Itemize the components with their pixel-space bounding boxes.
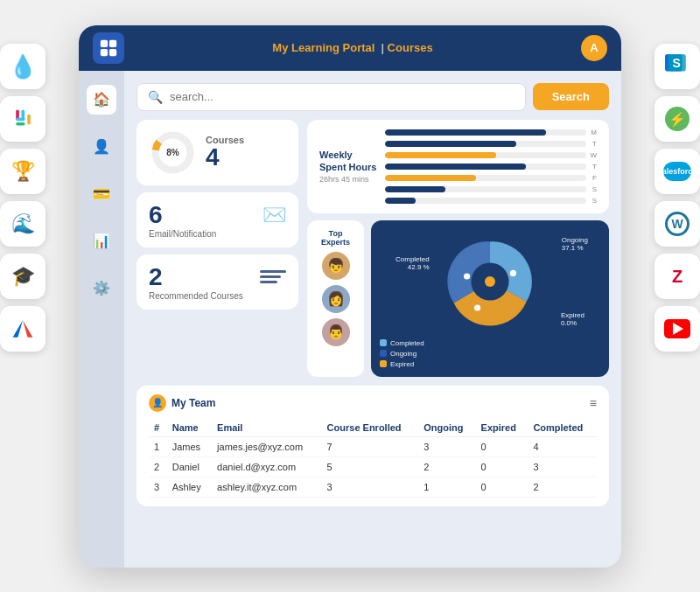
sidebar-card[interactable]: 💳 [87,179,116,209]
legend-ongoing: Ongoing [380,350,600,358]
header: My Learning Portal | Courses A [79,25,621,71]
cell-completed: 3 [528,456,597,477]
recommended-card: 2 Recommended Courses [136,254,298,310]
svg-point-21 [510,269,516,275]
weekly-subtitle: 26hrs 45 mins [319,175,376,184]
svg-rect-13 [109,39,116,46]
svg-rect-14 [101,48,108,55]
legend-dot-expired [380,360,387,367]
sidebar-chart[interactable]: 📊 [87,226,116,256]
legend-dot-ongoing [380,350,387,357]
legend-dot-completed [380,339,387,346]
app-icon-dropbox[interactable]: 💧 [0,44,46,89]
rec-icon [260,270,286,283]
app-icon-drive[interactable] [0,306,46,352]
weekly-title: WeeklySpent Hours [319,149,376,174]
app-icon-trophy[interactable]: 🏆 [0,149,46,194]
weekly-info: WeeklySpent Hours 26hrs 45 mins [319,149,376,185]
app-icon-drupal[interactable]: 🌊 [0,201,46,247]
sidebar: 🏠 👤 💳 📊 ⚙️ [79,71,124,568]
col-expired: Expired [476,419,528,437]
bar-row-m: M [385,129,597,136]
svg-marker-7 [23,320,32,337]
search-input[interactable] [170,90,514,103]
email-card-inner: 6 ✉️ [149,201,286,229]
table-row: 1 James james.jes@xyz.com 7 3 0 4 [149,436,597,456]
bar-row-w: W [385,151,597,159]
app-icon-sage[interactable]: ⚡ [654,96,700,142]
app-icon-wordpress[interactable]: W [654,201,700,247]
bar-day-label: W [590,151,597,159]
weekly-card: WeeklySpent Hours 26hrs 45 mins M [307,120,609,213]
search-bar: 🔍 Search [136,83,609,111]
app-icon-youtube[interactable] [654,306,700,352]
bar-track [385,164,586,170]
app-icon-zendesk[interactable]: Z [654,254,700,299]
search-input-wrapper[interactable]: 🔍 [136,83,526,111]
sidebar-user[interactable]: 👤 [87,132,116,162]
svg-text:S: S [672,56,680,70]
cell-enrolled: 5 [322,456,419,477]
svg-rect-3 [27,115,31,125]
pie-expired-label: Expired0.0% [561,311,584,327]
expert-avatar-3[interactable]: 👨 [322,318,350,346]
app-icon-salesforce[interactable]: salesforce [654,149,700,194]
cell-num: 3 [149,477,167,497]
svg-rect-4 [16,118,24,122]
expert-avatar-1[interactable]: 👦 [322,252,350,280]
svg-rect-2 [16,122,24,126]
bar-day-label: S [590,197,597,205]
cell-ongoing: 2 [418,456,475,477]
col-enrolled: Course Enrolled [322,419,419,437]
app-icon-slack[interactable] [0,96,46,142]
expert-avatar-2[interactable]: 👩 [322,285,350,313]
right-side-icons: S ⚡ salesforce W Z [654,44,700,352]
svg-point-23 [464,273,470,279]
table-row: 3 Ashley ashley.it@xyz.com 3 1 0 2 [149,477,597,497]
app-icon-sharepoint[interactable]: S [654,44,700,89]
legend-completed: Completed [380,339,600,347]
legend-expired: Expired [380,360,600,368]
svg-rect-12 [101,39,108,46]
bar-track [385,186,586,192]
col-name: Name [167,419,212,437]
bar-track [385,129,586,136]
weekly-bars: M T W [385,129,597,205]
cell-ongoing: 3 [418,436,475,456]
chart-legend: Completed Ongoing Expired [380,339,600,368]
sidebar-settings[interactable]: ⚙️ [87,274,116,303]
table-header-row: # Name Email Course Enrolled Ongoing Exp… [149,419,597,437]
cell-email: ashley.it@xyz.com [212,477,322,497]
top-row: 8% Courses 4 6 ✉️ [136,120,609,377]
sidebar-home[interactable]: 🏠 [87,85,116,115]
cell-name: Ashley [167,477,212,497]
chart-card: Completed42.9 % Ongoing37.1 % Expired0.0… [371,220,609,377]
cell-enrolled: 7 [322,436,419,456]
courses-info: Courses 4 [206,135,286,170]
col-completed: Completed [528,419,597,437]
bar-row-s: S [385,185,597,193]
col-email: Email [212,419,322,437]
cell-completed: 4 [528,436,597,456]
left-stats: 8% Courses 4 6 ✉️ [136,120,298,377]
header-title: My Learning Portal | Courses [272,41,432,54]
svg-rect-15 [109,48,116,55]
courses-number: 4 [206,145,286,170]
main-content: 🔍 Search [124,71,621,568]
app-icon-moodle[interactable]: 🎓 [0,254,46,299]
email-count: 6 [149,201,163,229]
search-icon: 🔍 [148,90,163,104]
cell-completed: 2 [528,477,597,497]
hamburger-icon[interactable]: ≡ [590,396,597,410]
svg-marker-6 [13,320,23,337]
bar-track [385,141,586,147]
header-avatar[interactable]: A [581,35,607,61]
bar-day-label: T [590,163,597,171]
bar-day-label: S [590,185,597,193]
pie-ongoing-label: Ongoing37.1 % [562,236,588,252]
email-label: Email/Notification [149,229,286,239]
outer-wrapper: 💧 🏆 🌊 🎓 [0,0,700,592]
col-ongoing: Ongoing [418,419,475,437]
bar-row-f: F [385,174,597,182]
search-button[interactable]: Search [533,83,609,110]
